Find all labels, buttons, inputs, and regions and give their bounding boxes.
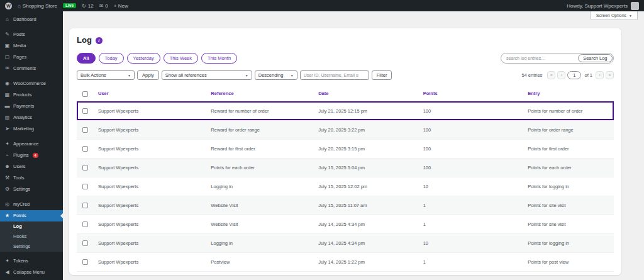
cell-date: July 20, 2025 3:22 pm [313,120,418,139]
sidebar-item-analytics[interactable]: ▥ Analytics [0,112,63,123]
bulk-actions-select[interactable]: Bulk Actions ▼ [77,70,135,80]
column-header-reference[interactable]: Reference [206,86,313,101]
pill-this-week[interactable]: This Week [164,53,198,64]
row-checkbox[interactable] [82,108,88,114]
log-row: Support Wpexperts Website Visit July 14,… [77,215,614,233]
site-name-link[interactable]: ⌂ Shopping Store [18,3,57,9]
first-page-button[interactable]: « [547,71,555,79]
cell-user: Support Wpexperts [93,101,206,120]
menu-icon: ◎ [4,202,10,207]
row-checkbox[interactable] [82,203,88,208]
updates-count: 12 [88,3,94,9]
column-header-entry[interactable]: Entry [523,86,614,101]
column-header-date[interactable]: Date [313,86,418,101]
prev-page-button[interactable]: ‹ [557,71,565,79]
sidebar-item-collapse-menu[interactable]: ◀ Collapse Menu [0,267,63,278]
cell-points: 1 [418,252,523,271]
howdy-link[interactable]: Howdy, Support Wpexperts [567,3,628,9]
menu-label: WooCommerce [13,81,46,86]
sidebar-item-tokens[interactable]: ✦ Tokens [0,255,63,267]
reference-select[interactable]: Show all references ▼ [162,70,252,80]
sidebar-subitem-settings[interactable]: Settings [0,242,63,252]
cell-points: 10 [418,233,523,252]
menu-icon: ⌂ [4,17,10,22]
column-header-user[interactable]: User [93,86,206,101]
info-icon[interactable]: i [96,37,103,44]
next-page-button[interactable]: › [596,71,604,79]
log-table: User Reference Date Points Entry Support… [77,86,614,272]
sidebar-item-settings[interactable]: ⚙ Settings [0,184,63,195]
home-icon: ⌂ [18,3,21,9]
sidebar-item-plugins[interactable]: ⌁ Plugins 4 [0,150,63,161]
pill-all[interactable]: All [77,53,96,64]
sidebar-item-dashboard[interactable]: ⌂ Dashboard [0,14,63,25]
menu-label: Settings [13,244,30,249]
search-log-button[interactable]: Search Log [578,54,612,62]
sidebar-item-tools[interactable]: ⚒ Tools [0,172,63,184]
sidebar-item-products[interactable]: ▦ Products [0,89,63,101]
wordpress-logo-icon[interactable]: W [5,3,12,9]
menu-icon: ⚒ [4,176,10,181]
sidebar-item-points[interactable]: ★ Points [0,210,63,221]
menu-icon: ★ [4,213,10,218]
log-search-box: Search Log [501,53,614,64]
sidebar-item-appearance[interactable]: ✦ Appearance [0,138,63,150]
sidebar-item-users[interactable]: ☻ Users [0,161,63,172]
pill-this-month[interactable]: This Month [201,53,237,64]
menu-label: Media [13,43,26,48]
menu-label: Dashboard [13,17,36,22]
sidebar-item-posts[interactable]: ✎ Posts [0,29,63,40]
cell-reference: Points for each order [206,158,313,177]
select-all-checkbox[interactable] [82,91,88,97]
menu-label: Points [13,213,26,218]
sidebar-item-comments[interactable]: ✉ Comments [0,63,63,74]
menu-icon: ◉ [4,81,10,86]
new-content-link[interactable]: + New [114,3,128,9]
update-count-badge: 4 [33,153,38,158]
updates-link[interactable]: ↻ 12 [82,3,94,9]
menu-label: Users [13,164,26,169]
cell-date: July 14, 2025 4:34 pm [313,233,418,252]
updates-icon: ↻ [82,3,86,9]
cell-reference: Postview [206,252,313,271]
row-checkbox[interactable] [82,240,88,246]
pill-today[interactable]: Today [99,53,124,64]
screen-options-button[interactable]: Screen Options ▼ [591,11,638,20]
sidebar-item-mycred[interactable]: ◎ myCred [0,199,63,210]
row-checkbox[interactable] [82,221,88,227]
sidebar-subitem-hooks[interactable]: Hooks [0,232,63,242]
row-checkbox[interactable] [82,146,88,152]
row-checkbox[interactable] [82,165,88,171]
sidebar-subitem-log[interactable]: Log [0,221,63,232]
sidebar-item-payments[interactable]: ▬ Payments [0,101,63,112]
comments-link[interactable]: ✉ 0 [99,3,108,9]
menu-label: Products [13,92,32,98]
sidebar-item-marketing[interactable]: ➤ Marketing [0,123,63,135]
current-page-input[interactable]: 1 [567,71,581,79]
user-filter-input[interactable] [300,70,369,80]
log-row: Support Wpexperts Website Visit July 15,… [77,196,614,215]
menu-label: Appearance [13,142,38,147]
row-checkbox[interactable] [82,184,88,189]
last-page-button[interactable]: » [606,71,614,79]
sidebar-item-media[interactable]: ▣ Media [0,40,63,52]
search-input[interactable] [501,56,577,60]
row-checkbox[interactable] [82,127,88,133]
filter-button[interactable]: Filter [372,70,392,80]
cell-user: Support Wpexperts [93,233,206,252]
cell-user: Support Wpexperts [93,177,206,196]
site-name: Shopping Store [23,3,57,9]
sidebar-item-woocommerce[interactable]: ◉ WooCommerce [0,78,63,89]
log-row: Support Wpexperts Reward for order range… [77,120,614,139]
log-row: Support Wpexperts Points for each order … [77,158,614,177]
cell-date: July 15, 2025 11:07 am [313,196,418,215]
menu-icon: ▢ [4,55,10,60]
column-header-points[interactable]: Points [418,86,523,101]
row-checkbox[interactable] [82,259,88,265]
sidebar-item-pages[interactable]: ▢ Pages [0,52,63,63]
menu-label: Plugins [13,153,29,158]
pill-yesterday[interactable]: Yesterday [127,53,160,64]
apply-button[interactable]: Apply [137,70,159,80]
menu-label: Marketing [13,126,34,132]
order-select[interactable]: Descending ▼ [255,70,297,80]
